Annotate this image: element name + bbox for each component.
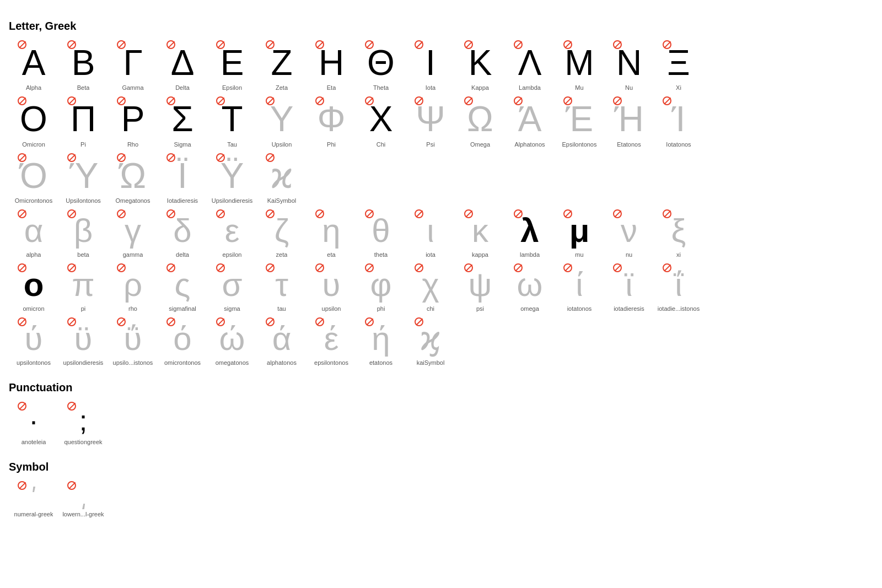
glyph-char-eta: η (322, 213, 340, 249)
glyph-cell-lowern...l-greek[interactable]: ͵lowern...l-greek (58, 480, 108, 517)
glyph-cell-Alphatonos[interactable]: ΆAlphatonos (505, 95, 555, 147)
glyph-cell-Omicrontonos[interactable]: ΌOmicrontonos (9, 152, 58, 204)
glyph-cell-phi[interactable]: φphi (356, 262, 406, 312)
glyph-cell-Omicron[interactable]: ΟOmicron (9, 95, 58, 147)
glyph-cell-chi[interactable]: χchi (406, 262, 455, 312)
glyph-cell-Etatonos[interactable]: ΉEtatonos (604, 95, 654, 147)
glyph-cell-Upsilondieresis[interactable]: ΫUpsilondieresis (207, 152, 257, 204)
glyph-cell-epsilontonos[interactable]: έepsilontonos (306, 316, 356, 366)
glyph-cell-Mu[interactable]: ΜMu (555, 39, 604, 91)
glyph-label-sigmafinal: sigmafinal (169, 305, 196, 312)
glyph-row-0-0: ΑAlphaΒBetaΓGammaΔDeltaΕEpsilonΖZetaΗEta… (9, 39, 873, 95)
glyph-cell-Alpha[interactable]: ΑAlpha (9, 39, 58, 91)
no-entry-icon (67, 40, 76, 49)
glyph-cell-Beta[interactable]: ΒBeta (58, 39, 108, 91)
glyph-cell-eta[interactable]: ηeta (306, 208, 356, 258)
glyph-label-Iota: Iota (426, 84, 435, 91)
glyph-cell-rho[interactable]: ρrho (108, 262, 158, 312)
glyph-cell-xi[interactable]: ξxi (654, 208, 703, 258)
glyph-cell-upsilon[interactable]: υupsilon (306, 262, 356, 312)
glyph-cell-Iotatonos[interactable]: ΊIotatonos (654, 95, 703, 147)
glyph-label-Upsilontonos: Upsilontonos (66, 197, 101, 204)
glyph-cell-delta[interactable]: δdelta (158, 208, 207, 258)
glyph-cell-KaiSymbol[interactable]: ϰKaiSymbol (257, 152, 306, 204)
glyph-cell-questiongreek[interactable]: ;questiongreek (58, 401, 108, 445)
glyph-cell-upsilondieresis[interactable]: ϋupsilondieresis (58, 316, 108, 366)
glyph-char-anoteleia: · (30, 405, 37, 436)
glyph-cell-sigma[interactable]: σsigma (207, 262, 257, 312)
glyph-cell-upsilontonos[interactable]: ύupsilontonos (9, 316, 58, 366)
glyph-cell-iota[interactable]: ιiota (406, 208, 455, 258)
glyph-cell-Theta[interactable]: ΘTheta (356, 39, 406, 91)
glyph-cell-Upsilontonos[interactable]: ΎUpsilontonos (58, 152, 108, 204)
glyph-cell-numeral-greek[interactable]: ʹnumeral-greek (9, 480, 58, 517)
glyph-cell-sigmafinal[interactable]: ςsigmafinal (158, 262, 207, 312)
glyph-cell-gamma[interactable]: γgamma (108, 208, 158, 258)
glyph-cell-Eta[interactable]: ΗEta (306, 39, 356, 91)
glyph-cell-Zeta[interactable]: ΖZeta (257, 39, 306, 91)
glyph-cell-Xi[interactable]: ΞXi (654, 39, 703, 91)
glyph-cell-zeta[interactable]: ζzeta (257, 208, 306, 258)
glyph-cell-Chi[interactable]: ΧChi (356, 95, 406, 147)
glyph-char-Iota: Ι (426, 44, 435, 82)
no-entry-icon (67, 263, 76, 272)
glyph-cell-mu[interactable]: μmu (555, 208, 604, 258)
glyph-char-rho: ρ (123, 267, 142, 303)
glyph-cell-beta[interactable]: βbeta (58, 208, 108, 258)
no-entry-icon (117, 263, 126, 272)
no-entry-icon (266, 317, 275, 326)
glyph-char-Upsilon: Υ (270, 100, 294, 138)
glyph-cell-Phi[interactable]: ΦPhi (306, 95, 356, 147)
glyph-cell-Lambda[interactable]: ΛLambda (505, 39, 555, 91)
glyph-label-epsilon: epsilon (223, 251, 242, 258)
glyph-cell-Delta[interactable]: ΔDelta (158, 39, 207, 91)
glyph-cell-pi[interactable]: πpi (58, 262, 108, 312)
glyph-cell-iotadie...istonos[interactable]: ΐiotadie...istonos (654, 262, 703, 312)
glyph-char-upsilontonos: ύ (25, 321, 43, 357)
glyph-cell-upsilo...istonos[interactable]: ΰupsilo...istonos (108, 316, 158, 366)
glyph-cell-psi[interactable]: ψpsi (455, 262, 505, 312)
glyph-label-rho: rho (128, 305, 137, 312)
glyph-char-iotadie...istonos: ΐ (675, 267, 682, 303)
glyph-cell-omega[interactable]: ωomega (505, 262, 555, 312)
glyph-char-epsilontonos: έ (324, 321, 339, 357)
glyph-char-lowern...l-greek: ͵ (80, 484, 87, 509)
glyph-cell-Iota[interactable]: ΙIota (406, 39, 455, 91)
glyph-cell-kaiSymbol[interactable]: ϗkaiSymbol (406, 316, 455, 366)
glyph-cell-Omegatonos[interactable]: ΏOmegatonos (108, 152, 158, 204)
no-entry-icon (365, 263, 374, 272)
glyph-char-Theta: Θ (367, 44, 395, 82)
glyph-cell-theta[interactable]: θtheta (356, 208, 406, 258)
glyph-cell-iotadieresis[interactable]: ϊiotadieresis (604, 262, 654, 312)
glyph-cell-Omega[interactable]: ΩOmega (455, 95, 505, 147)
glyph-cell-etatonos[interactable]: ήetatonos (356, 316, 406, 366)
glyph-label-iotadieresis: iotadieresis (614, 305, 644, 312)
glyph-cell-Epsilontonos[interactable]: ΈEpsilontonos (555, 95, 604, 147)
glyph-cell-Rho[interactable]: ΡRho (108, 95, 158, 147)
glyph-cell-Kappa[interactable]: ΚKappa (455, 39, 505, 91)
glyph-cell-nu[interactable]: νnu (604, 208, 654, 258)
glyph-cell-iotatonos[interactable]: ίiotatonos (555, 262, 604, 312)
glyph-cell-anoteleia[interactable]: ·anoteleia (9, 401, 58, 445)
glyph-cell-kappa[interactable]: κkappa (455, 208, 505, 258)
glyph-cell-alpha[interactable]: αalpha (9, 208, 58, 258)
glyph-cell-alphatonos[interactable]: άalphatonos (257, 316, 306, 366)
glyph-char-beta: β (74, 213, 93, 249)
glyph-cell-tau[interactable]: τtau (257, 262, 306, 312)
glyph-cell-Gamma[interactable]: ΓGamma (108, 39, 158, 91)
glyph-cell-lambda[interactable]: λlambda (505, 208, 555, 258)
glyph-cell-Psi[interactable]: ΨPsi (406, 95, 455, 147)
glyph-cell-Epsilon[interactable]: ΕEpsilon (207, 39, 257, 91)
no-entry-icon (67, 317, 76, 326)
glyph-cell-Nu[interactable]: ΝNu (604, 39, 654, 91)
glyph-cell-omegatonos[interactable]: ώomegatonos (207, 316, 257, 366)
glyph-cell-Tau[interactable]: ΤTau (207, 95, 257, 147)
no-entry-icon (464, 263, 473, 272)
glyph-cell-Iotadieresis[interactable]: ΪIotadieresis (158, 152, 207, 204)
glyph-cell-Sigma[interactable]: ΣSigma (158, 95, 207, 147)
glyph-cell-Pi[interactable]: ΠPi (58, 95, 108, 147)
glyph-cell-Upsilon[interactable]: ΥUpsilon (257, 95, 306, 147)
glyph-cell-omicron[interactable]: οomicron (9, 262, 58, 312)
glyph-cell-epsilon[interactable]: εepsilon (207, 208, 257, 258)
glyph-cell-omicrontonos[interactable]: όomicrontonos (158, 316, 207, 366)
